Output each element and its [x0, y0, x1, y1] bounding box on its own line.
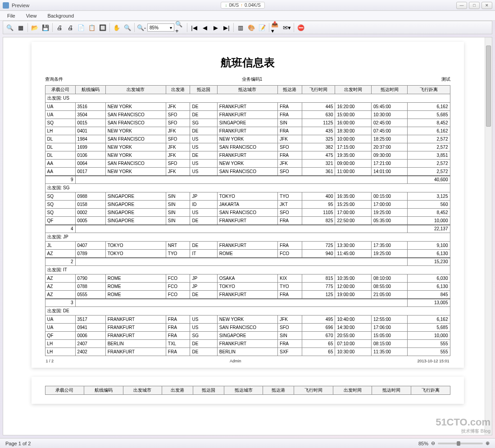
query-label: 查询条件 [45, 76, 63, 82]
col-header: 出发时间 [333, 386, 372, 395]
col-header: 航线编码 [84, 386, 123, 395]
app-icon [3, 2, 9, 9]
zoom-combo[interactable]: 85%▾ [147, 23, 174, 32]
table-row: QF0005SINGAPORESINDEFRANKFURTFRA82522:50… [45, 217, 450, 225]
table-row: UA3516NEW YORKJFKDEFRANKFURTFRA44516:20:… [45, 103, 450, 111]
group-header: 出发国: US [45, 94, 450, 103]
group-header: 出发国: SG [45, 184, 450, 192]
table-row: DL1699NEW YORKJFKUSSAN FRANCISCOSFO38217… [45, 143, 450, 151]
hand-icon[interactable]: ✋ [112, 23, 122, 32]
table-row: SQ0988SINGAPORESINJPTOKYOTYO40016:35:000… [45, 192, 450, 201]
table-row: UA0941FRANKFURTFRAUSSAN FRANCISCOSFO6961… [45, 324, 450, 332]
statusbar: Page 1 of 2 85% ⊖ ⊕ [0, 438, 495, 448]
magnifier-icon[interactable]: 🔍 [123, 23, 132, 32]
table-row: UA3504SAN FRANCISCOSFODEFRANKFURTFRA6301… [45, 111, 450, 119]
subtotal-row: 9 40,600 [45, 176, 450, 184]
page-setup-icon[interactable]: 📄 [76, 23, 86, 32]
save-icon[interactable]: 💾 [41, 23, 50, 32]
watermark: 51CTO.com 技术博客 Blog [436, 416, 490, 434]
email-icon[interactable]: ✉▾ [282, 23, 292, 32]
table-row: LH2407BERLINTXLDEFRANKFURTFRA6507:10:000… [45, 340, 450, 348]
table-row: QF0006FRANKFURTFRASGSINGAPORESIN67020:55… [45, 332, 450, 340]
up-arrow-icon: ↑ [241, 3, 243, 8]
col-header: 抵达时间 [372, 386, 411, 395]
window-title: Preview [12, 3, 29, 8]
doc-title: 航班信息表 [45, 55, 450, 70]
report-page-1: 航班信息表 查询条件 业务编码1 测试 承载公司航线编码出发城市出发港抵达国抵达… [32, 42, 464, 368]
group-header: 出发国: IT [45, 266, 450, 274]
page-number: 1 / 2 [46, 359, 54, 363]
watermark-icon[interactable]: 📝 [257, 23, 267, 32]
maximize-button[interactable]: □ [469, 2, 480, 9]
col-header: 航线编码 [75, 86, 105, 94]
down-arrow-icon: ↓ [225, 3, 227, 8]
table-row: SQ0015SAN FRANCISCOSFOSGSINGAPORESIN1125… [45, 119, 450, 127]
footer-time: 2013-10-12 15:01 [417, 359, 449, 363]
quick-print-icon[interactable]: 🖨 [65, 23, 75, 32]
speed-badge: ↓ 0K/S ↑ 0.04K/S [221, 2, 264, 9]
titlebar: Preview ↓ 0K/S ↑ 0.04K/S — □ ✕ [0, 0, 495, 11]
zoom-plus-icon[interactable]: ⊕ [486, 440, 490, 446]
col-header: 抵达国 [190, 86, 217, 94]
multipage-icon[interactable]: ▥ [236, 23, 245, 32]
group-header: 出发国: DE [45, 307, 450, 315]
table-row: AZ0788ROMEFCOJPTOKYOTYO77512:00:0008:55:… [45, 283, 450, 291]
zoom-in-icon[interactable]: 🔍+ [175, 23, 185, 32]
col-header: 飞行时间 [302, 86, 335, 94]
menu-background[interactable]: Background [45, 12, 76, 19]
col-header: 出发城市 [105, 86, 166, 94]
table-row: AZ0555ROMEFCODEFRANKFURTFRA12519:00:0021… [45, 291, 450, 299]
open-icon[interactable]: 📂 [30, 23, 40, 32]
subtotal-row: 3 13,005 [45, 299, 450, 307]
preview-workspace[interactable]: 航班信息表 查询条件 业务编码1 测试 承载公司航线编码出发城市出发港抵达国抵达… [3, 37, 492, 435]
col-header: 抵达港 [263, 386, 294, 395]
col-header: 飞行距离 [411, 386, 450, 395]
minimize-button[interactable]: — [456, 2, 467, 9]
table-row: JL0407TOKYONRTDEFRANKFURTFRA72513:30:001… [45, 242, 450, 250]
table-row: SQ0158SINGAPORESINIDJAKARTAJKT9515:25:00… [45, 201, 450, 209]
col-header: 出发城市 [123, 386, 162, 395]
table-row: DL0106NEW YORKJFKDEFRANKFURTFRA47519:35:… [45, 151, 450, 160]
status-zoom: 85% [418, 441, 428, 446]
menu-view[interactable]: View [24, 12, 39, 19]
subtotal-row: 2 15,230 [45, 258, 450, 266]
table-row: SQ0002SINGAPORESINUSSAN FRANCISCOSFO1105… [45, 209, 450, 217]
prev-page-icon[interactable]: ◀ [200, 23, 210, 32]
vertical-scrollbar[interactable] [485, 37, 492, 435]
table-row: AZ0790ROMEFCOJPOSAKAKIX81510:35:0008:10:… [45, 274, 450, 283]
first-page-icon[interactable]: |◀ [189, 23, 199, 32]
report-page-2: 承载公司航线编码出发城市出发港抵达国抵达城市抵达港飞行时间出发时间抵达时间飞行距… [32, 377, 464, 404]
col-header: 承载公司 [45, 86, 75, 94]
table-row: DL1984SAN FRANCISCOSFOUSNEW YORKJFK32510… [45, 135, 450, 143]
zoom-slider[interactable] [438, 443, 483, 444]
col-header: 出发港 [162, 386, 193, 395]
table-row: LH2402FRANKFURTFRADEBERLINSXF6510:30:001… [45, 348, 450, 356]
header-footer-icon[interactable]: 📋 [87, 23, 97, 32]
test-label: 测试 [441, 76, 450, 82]
col-header: 抵达城市 [224, 386, 263, 395]
close-preview-icon[interactable]: ⛔ [296, 23, 306, 32]
col-header: 飞行时间 [294, 386, 333, 395]
status-page: Page 1 of 2 [5, 441, 31, 446]
search-icon[interactable]: 🔍 [5, 23, 15, 32]
table-row: AA0017NEW YORKJFKUSSAN FRANCISCOSFO36111… [45, 168, 450, 176]
close-button[interactable]: ✕ [481, 2, 492, 9]
last-page-icon[interactable]: ▶| [222, 23, 232, 32]
next-page-icon[interactable]: ▶ [211, 23, 221, 32]
color-icon[interactable]: 🎨 [246, 23, 256, 32]
menubar: File View Background [0, 11, 495, 21]
col-header: 承载公司 [45, 386, 84, 395]
zoom-out-icon[interactable]: 🔍- [136, 23, 146, 32]
col-header: 抵达时间 [371, 86, 408, 94]
biz-code-label: 业务编码1 [242, 76, 263, 82]
thumbnails-icon[interactable]: ▦ [16, 23, 26, 32]
col-header: 抵达港 [278, 86, 302, 94]
scale-icon[interactable]: 🔲 [98, 23, 108, 32]
print-icon[interactable]: 🖨 [54, 23, 64, 32]
flight-table: 承载公司航线编码出发城市出发港抵达国抵达城市抵达港飞行时间出发时间抵达时间飞行距… [45, 85, 450, 356]
table-row: LH0401NEW YORKJFKDEFRANKFURTFRA43518:30:… [45, 127, 450, 135]
zoom-minus-icon[interactable]: ⊖ [431, 440, 435, 446]
footer-user: Admin [230, 359, 241, 363]
export-icon[interactable]: 📤▾ [271, 23, 281, 32]
menu-file[interactable]: File [5, 12, 17, 19]
